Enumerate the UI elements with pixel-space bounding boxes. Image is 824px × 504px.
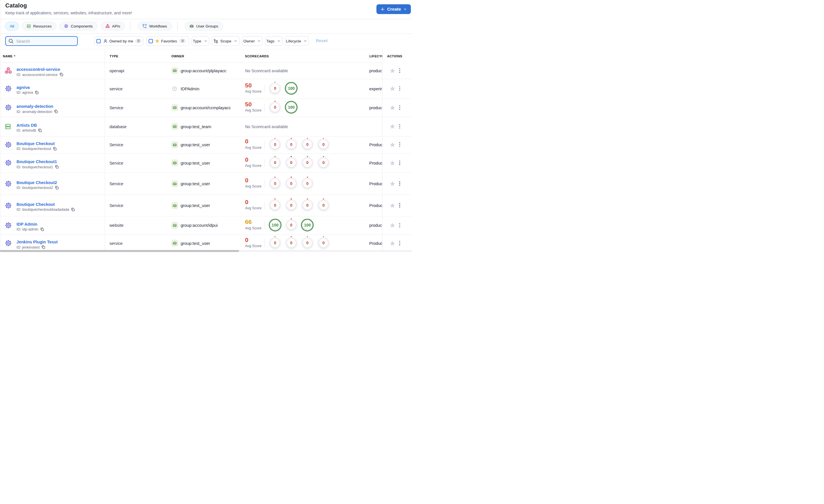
- svg-text:?: ?: [174, 87, 175, 90]
